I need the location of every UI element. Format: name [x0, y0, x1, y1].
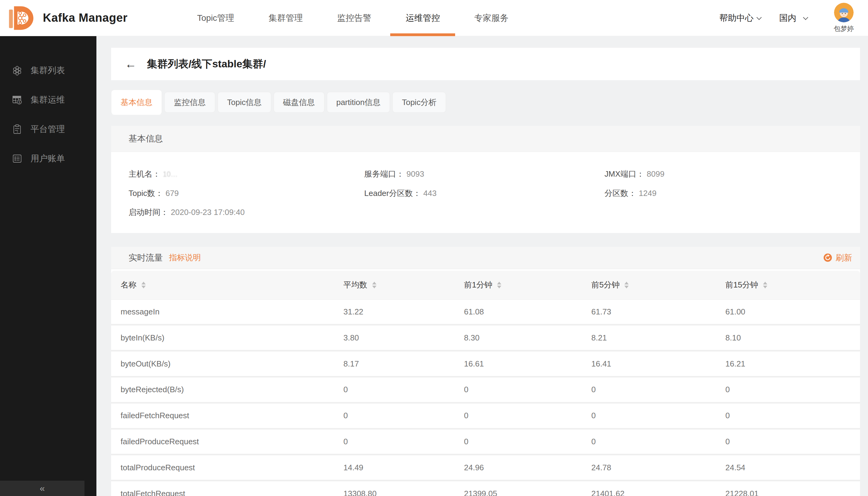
sort-icon[interactable]: [763, 282, 767, 289]
tab-topic-info[interactable]: Topic信息: [218, 92, 271, 113]
col-last-1min: 前1分钟: [464, 280, 492, 290]
chevron-down-icon: [757, 15, 762, 20]
bill-list-icon: [12, 153, 23, 164]
sort-icon[interactable]: [372, 282, 377, 289]
field-jmx-port: JMX端口： 8099: [604, 168, 860, 180]
nav-cluster-management[interactable]: 集群管理: [251, 0, 320, 36]
sidebar-item-label: 平台管理: [31, 123, 65, 135]
sort-icon[interactable]: [625, 282, 629, 289]
app-title: Kafka Manager: [43, 11, 128, 25]
sort-icon[interactable]: [497, 282, 501, 289]
col-last-15min: 前15分钟: [725, 280, 758, 290]
sidebar-item-label: 集群运维: [31, 94, 65, 106]
help-center-dropdown[interactable]: 帮助中心: [719, 12, 760, 24]
sidebar-item-label: 集群列表: [31, 65, 65, 76]
table-row-messageIn: messageIn 31.22 61.08 61.73 61.00: [111, 300, 860, 326]
refresh-icon: [824, 253, 832, 262]
honeycomb-cluster-icon: [12, 65, 23, 76]
field-start-time: 启动时间： 2020-09-23 17:09:40: [128, 206, 364, 218]
user-name: 包梦婷: [834, 24, 854, 33]
field-leader-partition-count: Leader分区数： 443: [364, 187, 604, 199]
main-nav: Topic管理 集群管理 监控告警 运维管控 专家服务: [180, 0, 525, 36]
table-row-totalProduceRequest: totalProduceRequest 14.49 24.96 24.78 24…: [111, 455, 860, 481]
col-last-5min: 前5分钟: [591, 280, 619, 290]
svg-text:$: $: [18, 100, 20, 104]
sidebar-item-label: 用户账单: [31, 153, 65, 165]
tab-basic-info[interactable]: 基本信息: [111, 90, 162, 115]
table-row-totalFetchRequest: totalFetchRequest 13308.80 21399.05 2140…: [111, 481, 860, 496]
clipboard-icon: [12, 124, 23, 135]
breadcrumb-bar: ← 集群列表/线下stable集群/: [111, 48, 860, 80]
nav-ops-control[interactable]: 运维管控: [389, 0, 457, 36]
chevron-down-icon: [803, 15, 808, 20]
table-row-byteIn: byteIn(KB/s) 3.80 8.30 8.21 8.10: [111, 325, 860, 352]
sidebar-collapse-button[interactable]: «: [0, 481, 84, 496]
table-row-byteRejected: byteRejected(B/s) 0 0 0 0: [111, 377, 860, 404]
tab-disk-info[interactable]: 磁盘信息: [274, 92, 325, 113]
sidebar: 集群列表 $ 集群运维 平台管理: [0, 36, 96, 496]
field-hostname: 主机名： 10…: [128, 168, 364, 180]
user-menu[interactable]: 包梦婷: [834, 3, 854, 33]
field-topic-count: Topic数： 679: [128, 187, 364, 199]
metric-description-link[interactable]: 指标说明: [169, 252, 201, 263]
table-row-byteOut: byteOut(KB/s) 8.17 16.61 16.41 16.21: [111, 352, 860, 377]
table-row-failedProduceRequest: failedProduceRequest 0 0 0 0: [111, 430, 860, 455]
sidebar-item-user-billing[interactable]: 用户账单: [0, 144, 96, 173]
table-row-failedFetchRequest: failedFetchRequest 0 0 0 0: [111, 404, 860, 430]
sidebar-item-cluster-list[interactable]: 集群列表: [0, 56, 96, 85]
ops-table-icon: $: [12, 94, 23, 105]
sidebar-item-platform-management[interactable]: 平台管理: [0, 114, 96, 144]
kafka-manager-logo-icon: [5, 3, 34, 33]
tab-partition-info[interactable]: partition信息: [327, 92, 390, 113]
region-dropdown[interactable]: 国内: [779, 12, 807, 24]
back-arrow-icon[interactable]: ←: [125, 58, 137, 70]
nav-topic-management[interactable]: Topic管理: [180, 0, 251, 36]
avatar[interactable]: [834, 3, 854, 22]
tab-topic-analysis[interactable]: Topic分析: [392, 92, 446, 113]
nav-monitor-alert[interactable]: 监控告警: [320, 0, 389, 36]
main-content: ← 集群列表/线下stable集群/ 基本信息 监控信息 Topic信息 磁盘信…: [96, 36, 868, 496]
col-name: 名称: [121, 280, 137, 290]
traffic-table-header: 名称 平均数 前1分钟 前5分钟 前15分钟: [111, 271, 860, 300]
field-partition-count: 分区数： 1249: [604, 187, 860, 199]
traffic-section-title: 实时流量: [128, 252, 163, 264]
realtime-traffic-panel: 实时流量 指标说明 刷新 名称 平均数 前1分钟 前5分钟 前15分钟: [111, 247, 860, 496]
basic-info-panel: 基本信息 主机名： 10… 服务端口： 9093 JMX端口： 8099 Top…: [111, 126, 860, 233]
sidebar-item-cluster-ops[interactable]: $ 集群运维: [0, 85, 96, 114]
col-average: 平均数: [343, 280, 367, 290]
basic-info-section-title: 基本信息: [111, 126, 860, 152]
top-header: Kafka Manager Topic管理 集群管理 监控告警 运维管控 专家服…: [0, 0, 868, 36]
sort-icon[interactable]: [141, 282, 146, 289]
detail-tabs: 基本信息 监控信息 Topic信息 磁盘信息 partition信息 Topic…: [111, 90, 860, 115]
nav-expert-service[interactable]: 专家服务: [457, 0, 525, 36]
refresh-button[interactable]: 刷新: [824, 252, 852, 263]
collapse-chevrons-icon: «: [40, 484, 45, 493]
tab-monitor-info[interactable]: 监控信息: [164, 92, 215, 113]
breadcrumb-title: 集群列表/线下stable集群/: [147, 57, 266, 71]
field-service-port: 服务端口： 9093: [364, 168, 604, 180]
